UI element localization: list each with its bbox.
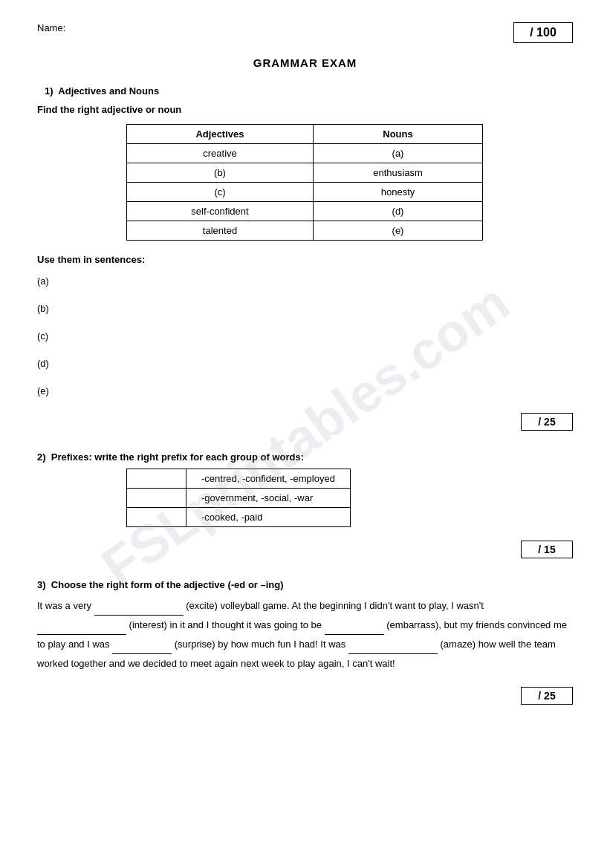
prefix-blank-0 bbox=[127, 469, 186, 489]
section3-body: It was a very (excite) volleyball game. … bbox=[37, 596, 573, 673]
adjectives-nouns-table: Adjectives Nouns creative(a)(b)enthusias… bbox=[126, 124, 483, 241]
section-1-title: 1) Adjectives and Nouns bbox=[45, 85, 573, 97]
prefix-blank-2 bbox=[127, 508, 186, 527]
prefix-words-0: -centred, -confident, -employed bbox=[186, 469, 351, 489]
noun-cell-1: enthusiasm bbox=[314, 163, 483, 183]
page-title: GRAMMAR EXAM bbox=[37, 56, 573, 69]
section-1-instruction: Find the right adjective or noun bbox=[37, 104, 573, 115]
adj-cell-0: creative bbox=[127, 144, 314, 163]
section-3-title: 3) Choose the right form of the adjectiv… bbox=[37, 579, 573, 590]
prefix-row-0: -centred, -confident, -employed bbox=[127, 469, 351, 489]
section3-score-row: / 25 bbox=[37, 687, 573, 712]
sentence-item-2: (c) bbox=[37, 330, 573, 342]
section1-score-box: / 25 bbox=[521, 413, 573, 431]
col-nouns-header: Nouns bbox=[314, 125, 483, 144]
table-row-1: (b)enthusiasm bbox=[127, 163, 483, 183]
col-adjectives-header: Adjectives bbox=[127, 125, 314, 144]
table-row-4: talented(e) bbox=[127, 221, 483, 241]
table-row-2: (c)honesty bbox=[127, 183, 483, 202]
section3-score-box: / 25 bbox=[521, 687, 573, 705]
sentence-item-4: (e) bbox=[37, 385, 573, 397]
blank-surprise bbox=[112, 653, 172, 654]
prefix-words-2: -cooked, -paid bbox=[186, 508, 351, 527]
blank-embarrass bbox=[325, 634, 384, 635]
section-2-title: 2) Prefixes: write the right prefix for … bbox=[37, 451, 573, 463]
name-label: Name: bbox=[37, 22, 65, 33]
noun-cell-2: honesty bbox=[314, 183, 483, 202]
prefix-row-1: -government, -social, -war bbox=[127, 489, 351, 508]
total-score-box: / 100 bbox=[513, 22, 573, 43]
adj-cell-2: (c) bbox=[127, 183, 314, 202]
use-sentences-label: Use them in sentences: bbox=[37, 254, 573, 265]
noun-cell-4: (e) bbox=[314, 221, 483, 241]
adj-cell-1: (b) bbox=[127, 163, 314, 183]
section-1: 1) Adjectives and Nouns Find the right a… bbox=[37, 85, 573, 438]
noun-cell-3: (d) bbox=[314, 202, 483, 221]
section1-score-row: / 25 bbox=[37, 413, 573, 438]
table-row-0: creative(a) bbox=[127, 144, 483, 163]
prefix-row-2: -cooked, -paid bbox=[127, 508, 351, 527]
prefix-blank-1 bbox=[127, 489, 186, 508]
prefix-words-1: -government, -social, -war bbox=[186, 489, 351, 508]
adj-cell-3: self-confident bbox=[127, 202, 314, 221]
header: Name: / 100 bbox=[37, 22, 573, 43]
sentence-item-1: (b) bbox=[37, 303, 573, 314]
prefix-table: -centred, -confident, -employed-governme… bbox=[126, 469, 351, 527]
section-3: 3) Choose the right form of the adjectiv… bbox=[37, 579, 573, 712]
blank-excite bbox=[94, 615, 184, 616]
blank-interest bbox=[37, 634, 126, 635]
adj-cell-4: talented bbox=[127, 221, 314, 241]
section-2: 2) Prefixes: write the right prefix for … bbox=[37, 451, 573, 566]
noun-cell-0: (a) bbox=[314, 144, 483, 163]
blank-amaze bbox=[348, 653, 438, 654]
sentence-item-3: (d) bbox=[37, 358, 573, 369]
sentence-item-0: (a) bbox=[37, 275, 573, 287]
section2-score-row: / 15 bbox=[37, 541, 573, 566]
section2-score-box: / 15 bbox=[521, 541, 573, 558]
table-row-3: self-confident(d) bbox=[127, 202, 483, 221]
